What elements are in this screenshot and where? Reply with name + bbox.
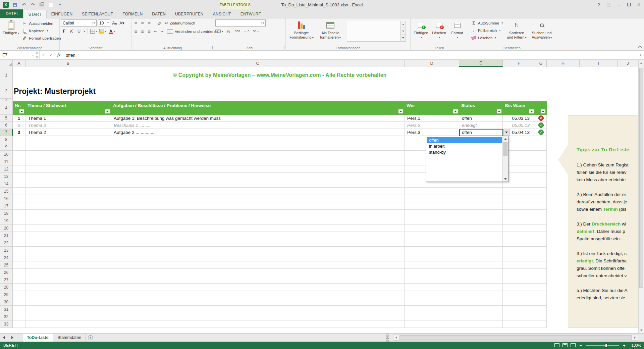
cell-styles-gallery[interactable]	[347, 21, 406, 42]
decrease-decimal-button[interactable]: .00→	[252, 28, 260, 35]
cell-D29[interactable]	[405, 291, 459, 298]
cell-D22[interactable]	[405, 239, 459, 247]
font-name-combo[interactable]: Calibri	[61, 19, 97, 27]
clear-button[interactable]: Löschen	[470, 34, 504, 41]
cell-D27[interactable]	[405, 276, 459, 284]
table-header-cell[interactable]: Nr.	[13, 101, 25, 115]
cell-E21[interactable]	[459, 232, 503, 239]
cell-A17[interactable]	[13, 202, 25, 210]
font-size-combo[interactable]: 10	[98, 19, 110, 27]
row-header-30[interactable]: 30	[0, 298, 13, 306]
column-header-A[interactable]: A	[13, 60, 25, 67]
cell-G16[interactable]	[535, 195, 547, 202]
cell-A8[interactable]	[13, 136, 25, 143]
quick-print-button[interactable]	[39, 2, 45, 8]
cell-D20[interactable]	[405, 225, 459, 232]
cell-C6[interactable]: Beschluss 1 .........	[111, 122, 405, 129]
filter-button[interactable]	[540, 109, 546, 114]
row-header-10[interactable]: 10	[0, 151, 13, 158]
table-header-cell[interactable]: Bis Wann	[503, 101, 535, 115]
cell-D21[interactable]	[405, 232, 459, 239]
cell-G28[interactable]	[535, 284, 547, 291]
copy-button[interactable]: Kopieren	[20, 27, 62, 34]
cell-E15[interactable]	[459, 188, 503, 195]
cell-B31[interactable]	[25, 306, 111, 313]
row-header-13[interactable]: 13	[0, 173, 13, 180]
cell-D19[interactable]	[405, 217, 459, 225]
help-button[interactable]: ?	[594, 0, 604, 9]
cell-G21[interactable]	[535, 232, 547, 239]
cell-F23[interactable]	[503, 247, 535, 254]
ribbon-tab-entwurf[interactable]: ENTWURF	[236, 10, 266, 18]
formula-bar-grip[interactable]	[36, 51, 40, 59]
column-header-D[interactable]: D	[405, 60, 459, 67]
filter-button[interactable]	[453, 109, 458, 114]
cell-C25[interactable]	[111, 261, 405, 269]
cancel-button[interactable]: ×	[40, 51, 47, 59]
cell-B16[interactable]	[25, 195, 111, 202]
zoom-in-button[interactable]: +	[622, 343, 626, 348]
cell-E17[interactable]	[459, 202, 503, 210]
paste-button[interactable]: Einfügen	[1, 19, 20, 37]
cell-C15[interactable]	[111, 188, 405, 195]
cell-B28[interactable]	[25, 284, 111, 291]
cell-F19[interactable]	[503, 217, 535, 225]
dropdown-scrollbar[interactable]	[502, 136, 508, 182]
cell-F27[interactable]	[503, 276, 535, 284]
row-header-11[interactable]: 11	[0, 158, 13, 165]
cell-A5[interactable]: 1	[13, 115, 25, 122]
ribbon-tab-start[interactable]: START	[23, 10, 46, 18]
cell-G26[interactable]	[535, 269, 547, 276]
cell-G14[interactable]	[535, 180, 547, 188]
row-header-9[interactable]: 9	[0, 143, 13, 151]
ribbon-tab-datei[interactable]: DATEI	[0, 9, 23, 18]
ribbon-tab-ansicht[interactable]: ANSICHT	[208, 10, 236, 18]
cell-C21[interactable]	[111, 232, 405, 239]
cell-B17[interactable]	[25, 202, 111, 210]
cell-F21[interactable]	[503, 232, 535, 239]
cell-D16[interactable]	[405, 195, 459, 202]
table-header-cell[interactable]: Status	[459, 101, 503, 115]
cell-C9[interactable]	[111, 143, 405, 151]
page-layout-view-button[interactable]	[562, 343, 568, 347]
normal-view-button[interactable]	[554, 343, 559, 347]
cell-A12[interactable]	[13, 165, 25, 173]
cell-G8[interactable]	[535, 136, 547, 143]
filter-button[interactable]	[496, 109, 502, 114]
cell-F25[interactable]	[503, 261, 535, 269]
autosum-button[interactable]: ΣAutoSumme	[470, 19, 504, 27]
zoom-out-button[interactable]: −	[579, 343, 583, 348]
cell-B11[interactable]	[25, 158, 111, 165]
cell-A6[interactable]: 2	[13, 122, 25, 129]
cell-E22[interactable]	[459, 239, 503, 247]
cell-C30[interactable]	[111, 298, 405, 306]
ribbon-tab-daten[interactable]: DATEN	[147, 10, 170, 18]
align-bottom-button[interactable]: ≡	[146, 20, 152, 26]
row-header-20[interactable]: 20	[0, 225, 13, 232]
column-header-C[interactable]: C	[111, 60, 405, 67]
cell-B32[interactable]	[25, 313, 111, 320]
undo-button[interactable]: ↶	[21, 2, 27, 8]
cell-A10[interactable]	[13, 151, 25, 158]
cell-G7[interactable]	[535, 129, 547, 136]
cell-A31[interactable]	[13, 306, 25, 313]
horizontal-scrollbar[interactable]	[393, 335, 638, 341]
cell-A11[interactable]	[13, 158, 25, 165]
cell-G33[interactable]	[535, 320, 547, 328]
cell-A29[interactable]	[13, 291, 25, 298]
cell-G15[interactable]	[535, 188, 547, 195]
dialog-launcher-icon[interactable]	[281, 46, 284, 49]
cell-B24[interactable]	[25, 254, 111, 261]
cell-A32[interactable]	[13, 313, 25, 320]
cell-G6[interactable]	[535, 122, 547, 129]
dialog-launcher-icon[interactable]	[55, 46, 58, 49]
cell-B5[interactable]: Thema 1	[25, 115, 111, 122]
cell-C18[interactable]	[111, 210, 405, 217]
cell-C10[interactable]	[111, 151, 405, 158]
cell-C17[interactable]	[111, 202, 405, 210]
cell-F6[interactable]: 05.05.13	[503, 122, 535, 129]
cell-B13[interactable]	[25, 173, 111, 180]
row-header-6[interactable]: 6	[0, 122, 13, 129]
cell-A15[interactable]	[13, 188, 25, 195]
row-header-5[interactable]: 5	[0, 115, 13, 122]
